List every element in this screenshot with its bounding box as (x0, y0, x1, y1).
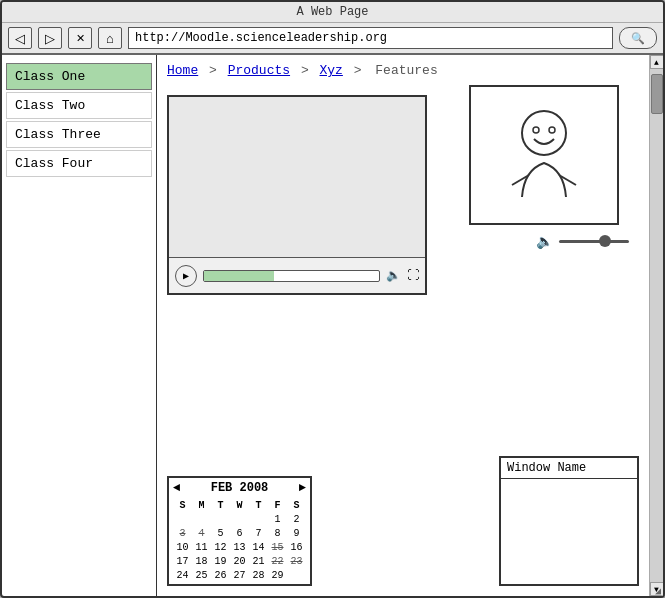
progress-bar[interactable] (203, 270, 380, 282)
calendar-header: ◄ FEB 2008 ► (169, 478, 310, 498)
calendar-day[interactable]: 15 (268, 541, 287, 554)
video-player: ▶ 🔈 ⛶ (167, 95, 427, 295)
breadcrumb-sep2: > (301, 63, 317, 78)
svg-point-2 (549, 127, 555, 133)
search-button[interactable]: 🔍 (619, 27, 657, 49)
breadcrumb: Home > Products > Xyz > Features (167, 63, 639, 78)
sidebar-item-class-three[interactable]: Class Three (6, 121, 152, 148)
breadcrumb-xyz[interactable]: Xyz (319, 63, 342, 78)
avatar-box (469, 85, 619, 225)
sidebar: Class One Class Two Class Three Class Fo… (2, 55, 157, 596)
calendar-day[interactable]: 11 (192, 541, 211, 554)
calendar-day[interactable]: 13 (230, 541, 249, 554)
scroll-up-button[interactable]: ▲ (650, 55, 664, 69)
calendar-month-year: FEB 2008 (211, 481, 269, 495)
breadcrumb-sep3: > (354, 63, 370, 78)
calendar-day[interactable]: 22 (268, 555, 287, 568)
svg-point-0 (522, 111, 566, 155)
volume-knob[interactable] (599, 235, 611, 247)
calendar-day[interactable]: 19 (211, 555, 230, 568)
calendar-day[interactable]: 6 (230, 527, 249, 540)
sidebar-item-class-one[interactable]: Class One (6, 63, 152, 90)
breadcrumb-home[interactable]: Home (167, 63, 198, 78)
calendar-day[interactable]: 24 (173, 569, 192, 582)
resize-handle[interactable]: ◢ (651, 584, 665, 598)
calendar-day[interactable]: 26 (211, 569, 230, 582)
home-button[interactable]: ⌂ (98, 27, 122, 49)
svg-point-1 (533, 127, 539, 133)
sidebar-item-class-four[interactable]: Class Four (6, 150, 152, 177)
calendar-day[interactable]: 28 (249, 569, 268, 582)
page-title: A Web Page (296, 5, 368, 19)
video-screen (169, 97, 425, 257)
calendar-day[interactable]: 23 (287, 555, 306, 568)
video-controls: ▶ 🔈 ⛶ (169, 257, 425, 293)
window-name-label: Window Name (501, 458, 637, 479)
calendar-day[interactable]: 7 (249, 527, 268, 540)
calendar-day[interactable]: 14 (249, 541, 268, 554)
calendar-day[interactable]: 5 (211, 527, 230, 540)
calendar-day[interactable]: 8 (268, 527, 287, 540)
breadcrumb-products[interactable]: Products (228, 63, 290, 78)
calendar-day[interactable]: 2 (287, 513, 306, 526)
calendar-next-button[interactable]: ► (299, 481, 306, 495)
calendar-day[interactable]: 17 (173, 555, 192, 568)
back-button[interactable]: ◁ (8, 27, 32, 49)
calendar-day[interactable]: 9 (287, 527, 306, 540)
calendar-day[interactable]: 20 (230, 555, 249, 568)
page-content: Class One Class Two Class Three Class Fo… (2, 55, 663, 596)
main-content: Home > Products > Xyz > Features (157, 55, 649, 596)
scroll-track[interactable] (650, 69, 663, 582)
browser-window: A Web Page ◁ ▷ ✕ ⌂ 🔍 Class One Class Two… (0, 0, 665, 598)
breadcrumb-current: Features (375, 63, 437, 78)
scroll-thumb[interactable] (651, 74, 663, 114)
nav-bar: ◁ ▷ ✕ ⌂ 🔍 (2, 23, 663, 55)
calendar-prev-button[interactable]: ◄ (173, 481, 180, 495)
progress-fill (204, 271, 274, 281)
calendar-day[interactable]: 4 (192, 527, 211, 540)
forward-button[interactable]: ▷ (38, 27, 62, 49)
volume-track[interactable] (559, 240, 629, 243)
calendar-day[interactable]: 27 (230, 569, 249, 582)
calendar-day[interactable]: 12 (211, 541, 230, 554)
calendar: ◄ FEB 2008 ► S M T W T F S (167, 476, 312, 586)
calendar-day[interactable]: 1 (268, 513, 287, 526)
calendar-day[interactable]: 3 (173, 527, 192, 540)
fullscreen-icon[interactable]: ⛶ (407, 268, 419, 283)
calendar-day-headers: S M T W T F S (173, 500, 306, 511)
calendar-day[interactable]: 21 (249, 555, 268, 568)
avatar-figure (504, 105, 584, 205)
calendar-day[interactable]: 25 (192, 569, 211, 582)
calendar-day[interactable]: 29 (268, 569, 287, 582)
calendar-day[interactable]: 16 (287, 541, 306, 554)
search-icon: 🔍 (631, 32, 645, 45)
breadcrumb-sep1: > (209, 63, 225, 78)
calendar-days: 1 2 3 4 5 6 7 8 9 10 11 12 13 (173, 513, 306, 582)
calendar-day[interactable]: 10 (173, 541, 192, 554)
play-button[interactable]: ▶ (175, 265, 197, 287)
sidebar-item-class-two[interactable]: Class Two (6, 92, 152, 119)
player-volume-icon: 🔈 (386, 268, 401, 283)
calendar-grid: S M T W T F S 1 (169, 498, 310, 584)
window-name-box: Window Name (499, 456, 639, 586)
address-bar[interactable] (128, 27, 613, 49)
close-button[interactable]: ✕ (68, 27, 92, 49)
volume-control: 🔈 (536, 233, 629, 250)
title-bar: A Web Page (2, 2, 663, 23)
scrollbar: ▲ ▼ (649, 55, 663, 596)
volume-icon: 🔈 (536, 233, 553, 250)
calendar-day[interactable]: 18 (192, 555, 211, 568)
